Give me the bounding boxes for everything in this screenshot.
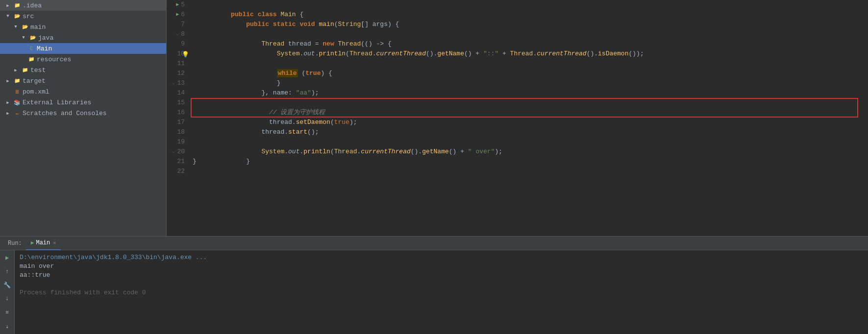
fold-icon-8: ⌵ — [176, 29, 179, 39]
tab-close-button[interactable]: ✕ — [53, 240, 56, 246]
line-num-7: 7 — [171, 20, 185, 29]
tab-main[interactable]: ▶ Main ✕ — [26, 237, 61, 250]
run-tab-icon: ▶ — [31, 239, 34, 246]
code-lines[interactable]: public class Main { public static void m… — [189, 0, 868, 236]
sidebar-item-scratches[interactable]: ▶ ✏️ Scratches and Consoles — [0, 108, 166, 119]
code-line-6: public static void main(String[] args) { — [193, 10, 868, 20]
output-area[interactable]: D:\environment\java\jdk1.8.0_333\bin\jav… — [15, 250, 868, 334]
chevron-right-icon: ▶ — [4, 77, 12, 85]
highlighted-block: // 设置为守护线程 thread.setDaemon(true); — [193, 98, 868, 118]
code-line-10: 💡 while (true) { — [193, 49, 868, 59]
sidebar-item-idea[interactable]: ▶ 📁 .idea — [0, 0, 166, 11]
output-line-3: aa::true — [20, 271, 863, 280]
sidebar-item-Main[interactable]: C Main — [0, 43, 166, 54]
sidebar-item-label: .idea — [23, 2, 42, 9]
code-line-22 — [193, 167, 868, 176]
folder-open-icon: 📂 — [21, 23, 29, 31]
chevron-right-icon: ▶ — [12, 66, 20, 74]
sidebar-item-java[interactable]: ▼ 📂 java — [0, 32, 166, 43]
run-arrow-6: ▶ — [176, 10, 179, 20]
sidebar-item-target[interactable]: ▶ 📁 target — [0, 75, 166, 86]
code-line-16: thread.setDaemon(true); — [193, 108, 868, 118]
sidebar-item-label: main — [30, 24, 46, 31]
code-line-12: } — [193, 69, 868, 78]
class-icon: C — [27, 45, 35, 52]
chevron-right-icon: ▶ — [4, 1, 12, 9]
line-num-18: 18 — [171, 127, 185, 137]
bottom-content: ▶ ↑ 🔧 ↓ ≡ ⇣ D:\environment\java\jdk1.8.0… — [0, 250, 868, 334]
code-line-9: System.out.println(Thread.currentThread(… — [193, 39, 868, 49]
sidebar-item-extlibs[interactable]: ▶ 📚 External Libraries — [0, 97, 166, 108]
line-num-20: ⌵20 — [171, 147, 185, 157]
line-num-5: ▶5 — [171, 0, 185, 10]
chevron-down-icon: ▼ — [20, 34, 27, 42]
chevron-right-icon: ▶ — [4, 109, 12, 117]
run-toolbar: ▶ ↑ 🔧 ↓ ≡ ⇣ — [0, 250, 15, 334]
line-num-8: ⌵8 — [171, 29, 185, 39]
wrap-button[interactable]: ≡ — [2, 308, 13, 317]
line-num-17: 17 — [171, 118, 185, 127]
fold-icon-20: ⌵ — [172, 147, 175, 157]
sidebar-item-src[interactable]: ▼ 📂 src — [0, 11, 166, 22]
sidebar-item-test[interactable]: ▶ 📁 test — [0, 65, 166, 75]
line-num-16: 16 — [171, 108, 185, 118]
sidebar-item-resources[interactable]: 📁 resources — [0, 54, 166, 65]
output-line-5: Process finished with exit code 0 — [20, 288, 863, 297]
output-line-2: main over — [20, 262, 863, 271]
lightbulb-icon[interactable]: 💡 — [182, 50, 189, 60]
scroll-end-button[interactable]: ⇣ — [2, 321, 13, 331]
code-line-8: Thread thread = new Thread(() -> { — [193, 29, 868, 39]
code-editor[interactable]: ▶5 ▶6 7 ⌵8 9 10 11 12 ⌵13 14 15 16 17 18… — [167, 0, 868, 236]
code-line-13: }, name: "aa"); — [193, 78, 868, 88]
line-num-6: ▶6 — [171, 10, 185, 20]
sidebar-item-main[interactable]: ▼ 📂 main — [0, 22, 166, 32]
sidebar-item-label: src — [23, 13, 34, 20]
sidebar-item-label: External Libraries — [23, 99, 91, 106]
code-line-20: } — [193, 147, 868, 157]
code-line-18 — [193, 127, 868, 137]
code-line-7 — [193, 20, 868, 29]
scroll-up-button[interactable]: ↑ — [2, 267, 13, 277]
scroll-down-button[interactable]: ↓ — [2, 294, 13, 304]
folder-icon: 📁 — [27, 55, 35, 63]
code-line-11 — [193, 59, 868, 69]
output-line-1: D:\environment\java\jdk1.8.0_333\bin\jav… — [20, 253, 863, 262]
folder-open-icon: 📂 — [13, 12, 21, 20]
sidebar-item-label: Scratches and Consoles — [23, 110, 107, 117]
line-num-14: 14 — [171, 88, 185, 98]
line-num-13: ⌵13 — [171, 78, 185, 88]
lib-icon: 📚 — [13, 98, 21, 106]
file-icon: 🗎 — [13, 88, 21, 95]
sidebar-item-label: java — [38, 34, 53, 42]
line-num-9: 9 — [171, 39, 185, 49]
code-line-5: public class Main { — [193, 0, 868, 10]
file-tree[interactable]: ▶ 📁 .idea ▼ 📂 src ▼ 📂 main ▼ 📂 java C Ma… — [0, 0, 167, 236]
sidebar-item-label: Main — [37, 45, 52, 52]
editor-area: ▶5 ▶6 7 ⌵8 9 10 11 12 ⌵13 14 15 16 17 18… — [167, 0, 868, 236]
line-num-19: 19 — [171, 137, 185, 147]
folder-icon: 📁 — [21, 66, 29, 74]
chevron-right-icon: ▶ — [4, 98, 12, 106]
line-num-15: 15 — [171, 98, 185, 108]
output-line-4 — [20, 280, 863, 288]
run-label: Run: — [4, 240, 26, 247]
chevron-down-icon: ▼ — [4, 12, 12, 20]
code-line-15: // 设置为守护线程 — [193, 98, 868, 108]
chevron-down-icon: ▼ — [12, 23, 20, 31]
output-text-2: aa::true — [20, 271, 50, 279]
output-process: Process finished with exit code 0 — [20, 289, 146, 296]
java-folder-icon: 📂 — [29, 34, 37, 42]
settings-button[interactable]: 🔧 — [2, 281, 13, 290]
code-line-17: thread.start(); — [193, 118, 868, 127]
output-path: D:\environment\java\jdk1.8.0_333\bin\jav… — [20, 254, 207, 261]
code-line-21: } — [193, 157, 868, 167]
code-line-14 — [193, 88, 868, 98]
folder-icon: 📁 — [13, 1, 21, 9]
run-arrow-5: ▶ — [176, 0, 179, 10]
run-button[interactable]: ▶ — [2, 253, 13, 263]
fold-icon-13: ⌵ — [172, 78, 175, 88]
line-num-11: 11 — [171, 59, 185, 69]
sidebar-item-label: pom.xml — [23, 88, 50, 95]
line-num-12: 12 — [171, 69, 185, 78]
sidebar-item-pom[interactable]: 🗎 pom.xml — [0, 86, 166, 97]
